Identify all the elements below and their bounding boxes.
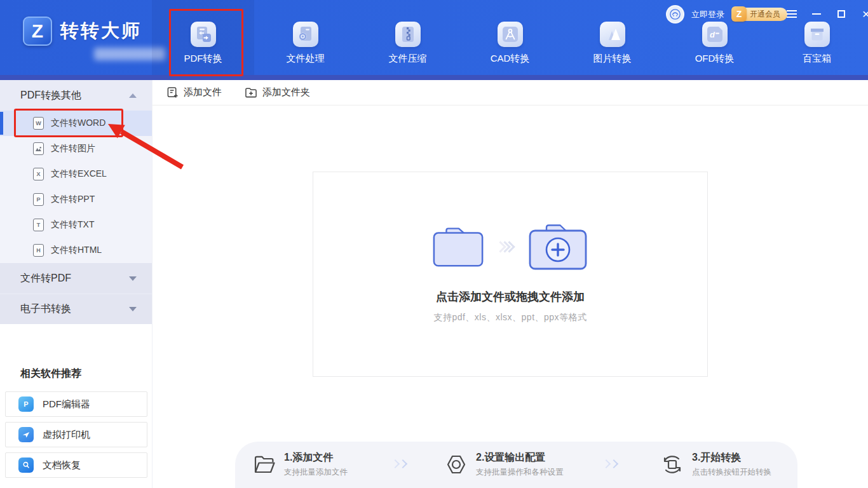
sidebar-item-to-image[interactable]: 文件转图片 (0, 136, 152, 161)
sidebar-item-to-html[interactable]: H 文件转HTML (0, 238, 152, 263)
sidebar-item-list: W 文件转WORD 文件转图片 X 文件转EXCEL P 文件转PPT T 文件… (0, 111, 152, 263)
step-title: 2.设置输出配置 (476, 451, 564, 464)
sidebar-item-to-excel[interactable]: X 文件转EXCEL (0, 161, 152, 187)
sidebar: PDF转换其他 W 文件转WORD 文件转图片 X 文件转EXCEL P 文件转… (0, 80, 153, 488)
word-doc-icon: W (33, 117, 44, 130)
add-file-icon (166, 86, 179, 98)
add-file-label: 添加文件 (184, 86, 222, 98)
add-folder-label: 添加文件夹 (262, 86, 310, 98)
file-process-icon (293, 22, 318, 47)
sidebar-section-ebook-convert[interactable]: 电子书转换 (0, 294, 152, 324)
section-label: PDF转换其他 (20, 89, 81, 102)
close-icon[interactable]: × (860, 8, 868, 20)
doc-recovery-icon (18, 458, 34, 473)
tab-pdf-convert[interactable]: PDF转换 (152, 0, 254, 75)
ofd-convert-icon: d (702, 22, 728, 47)
folder-outline-icon (253, 454, 276, 475)
menu-icon[interactable] (785, 8, 798, 20)
avatar[interactable] (666, 5, 684, 24)
sidebar-section-file-to-pdf[interactable]: 文件转PDF (0, 263, 152, 294)
cad-convert-icon (498, 22, 523, 47)
step-separator-chevrons (602, 461, 617, 467)
toolbox-icon (804, 22, 830, 47)
image-doc-icon (33, 142, 44, 155)
convert-refresh-icon (661, 454, 684, 475)
vip-z-icon: Z (731, 6, 747, 22)
svg-text:P: P (24, 400, 28, 408)
tab-image-convert[interactable]: 图片转换 (561, 0, 663, 75)
step-start-convert: 3.开始转换 点击转换按钮开始转换 (661, 451, 771, 478)
excel-doc-icon: X (33, 168, 44, 180)
add-folder-icon (245, 86, 257, 98)
section-label: 电子书转换 (20, 302, 71, 316)
dropzone-illustration (431, 222, 590, 271)
app-card-label: 虚拟打印机 (43, 429, 90, 441)
dropzone-subtitle: 支持pdf、xls、xlsx、ppt、ppx等格式 (433, 312, 587, 323)
chevron-down-icon (129, 276, 137, 281)
step-title: 3.开始转换 (692, 451, 771, 464)
step-add-file: 1.添加文件 支持批量添加文件 (253, 451, 348, 478)
tab-label: PDF转换 (184, 53, 222, 65)
sidebar-item-to-txt[interactable]: T 文件转TXT (0, 212, 152, 238)
sidebar-item-label: 文件转TXT (51, 219, 94, 231)
app-card-virtual-printer[interactable]: 虚拟打印机 (5, 422, 147, 447)
vip-label: 开通会员 (750, 10, 780, 18)
app-header: Z 转转大师 PDF转换 (0, 0, 868, 80)
chevron-down-icon (129, 307, 137, 311)
sidebar-item-label: 文件转EXCEL (51, 168, 107, 180)
chevron-up-icon (129, 93, 137, 98)
pdf-editor-icon: P (18, 396, 34, 412)
add-folder-plus-icon (527, 222, 590, 271)
tab-label: OFD转换 (695, 53, 735, 65)
vip-badge[interactable]: Z 开通会员 (733, 8, 787, 21)
image-convert-icon (600, 22, 625, 47)
step-separator-chevrons (391, 461, 406, 467)
sidebar-item-to-ppt[interactable]: P 文件转PPT (0, 187, 152, 212)
folder-icon (431, 224, 486, 269)
app-card-label: 文档恢复 (43, 459, 81, 471)
minimize-icon[interactable] (810, 8, 823, 20)
settings-nut-icon (445, 454, 468, 475)
step-title: 1.添加文件 (284, 451, 348, 464)
sidebar-item-label: 文件转WORD (51, 118, 105, 129)
app-logo: Z 转转大师 (23, 17, 142, 46)
maximize-icon[interactable] (835, 8, 848, 20)
add-file-button[interactable]: 添加文件 (166, 86, 222, 98)
tab-label: 百宝箱 (803, 53, 831, 65)
tab-file-process[interactable]: 文件处理 (254, 0, 356, 75)
sidebar-item-label: 文件转图片 (51, 143, 95, 154)
step-desc: 支持批量添加文件 (284, 467, 348, 478)
main-panel: 添加文件 添加文件夹 (153, 80, 868, 488)
add-folder-button[interactable]: 添加文件夹 (245, 86, 310, 98)
pdf-convert-icon (191, 22, 216, 47)
header-bottom-strip (0, 75, 868, 80)
tab-cad-convert[interactable]: CAD转换 (459, 0, 561, 75)
toolbar: 添加文件 添加文件夹 (153, 80, 868, 105)
recommend-title: 相关软件推荐 (20, 367, 81, 381)
section-label: 文件转PDF (20, 272, 71, 285)
app-card-pdf-editor[interactable]: P PDF编辑器 (5, 391, 147, 417)
dropzone-title: 点击添加文件或拖拽文件添加 (436, 289, 585, 304)
txt-doc-icon: T (33, 219, 44, 231)
file-dropzone[interactable]: 点击添加文件或拖拽文件添加 支持pdf、xls、xlsx、ppt、ppx等格式 (313, 172, 708, 377)
step-desc: 支持批量操作和各种设置 (476, 467, 564, 478)
sidebar-item-to-word[interactable]: W 文件转WORD (0, 111, 152, 136)
login-link[interactable]: 立即登录 (691, 9, 724, 20)
app-card-label: PDF编辑器 (43, 398, 90, 410)
virtual-printer-icon (18, 427, 34, 442)
ppt-doc-icon: P (33, 193, 44, 206)
tab-label: 图片转换 (593, 53, 632, 65)
app-card-doc-recovery[interactable]: 文档恢复 (5, 452, 147, 478)
file-compress-icon (395, 22, 421, 47)
svg-text:d: d (710, 30, 715, 39)
logo-z-icon: Z (23, 17, 52, 46)
html-doc-icon: H (33, 244, 44, 257)
tab-label: 文件处理 (287, 53, 325, 65)
sidebar-section-pdf-convert-other[interactable]: PDF转换其他 (0, 80, 152, 111)
step-desc: 点击转换按钮开始转换 (692, 467, 771, 478)
steps-band: 1.添加文件 支持批量添加文件 2.设置输出配置 支持批量操作和各种设置 (235, 442, 797, 488)
sidebar-item-label: 文件转PPT (51, 194, 95, 205)
step-configure-output: 2.设置输出配置 支持批量操作和各种设置 (445, 451, 564, 478)
tab-file-compress[interactable]: 文件压缩 (356, 0, 459, 75)
tab-label: CAD转换 (491, 53, 530, 65)
